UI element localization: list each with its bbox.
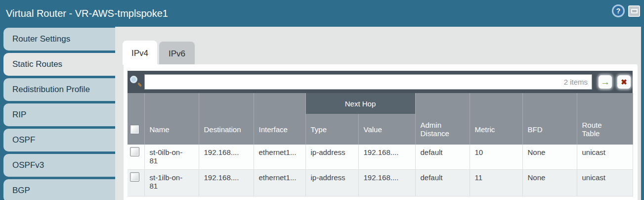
cell-bfd: None bbox=[522, 169, 577, 196]
items-count: 2 items bbox=[564, 78, 592, 86]
cell-value: 192.168.... bbox=[358, 145, 415, 169]
row-checkbox[interactable] bbox=[130, 147, 139, 156]
cell-type: ip-address bbox=[305, 145, 358, 169]
tab-ipv6[interactable]: IPv6 bbox=[159, 42, 195, 64]
row-checkbox[interactable] bbox=[130, 172, 139, 182]
sidebar-item-rip[interactable]: RIP bbox=[3, 103, 115, 126]
table-header-row: Name Destination Interface Type Value Ad… bbox=[128, 114, 633, 145]
select-all-checkbox[interactable] bbox=[130, 125, 139, 134]
sidebar-item-static-routes[interactable]: Static Routes bbox=[3, 53, 115, 76]
sidebar-nav: Router Settings Static Routes Redistribu… bbox=[0, 27, 115, 200]
column-group-next-hop: Next Hop bbox=[305, 93, 415, 114]
column-header-type[interactable]: Type bbox=[305, 114, 358, 145]
window-glyph bbox=[631, 9, 638, 13]
cell-admin-distance: default bbox=[415, 169, 470, 196]
help-icon[interactable]: ? bbox=[612, 4, 625, 17]
dialog-title: Virtual Router - VR-AWS-tmplspoke1 bbox=[0, 8, 168, 19]
cell-bfd: None bbox=[522, 145, 577, 169]
sidebar-item-router-settings[interactable]: Router Settings bbox=[3, 28, 115, 50]
cell-type: ip-address bbox=[305, 169, 358, 196]
popout-window-icon[interactable] bbox=[628, 5, 640, 17]
search-icon bbox=[129, 75, 142, 88]
help-glyph: ? bbox=[616, 7, 621, 15]
sidebar-item-ospf[interactable]: OSPF bbox=[3, 129, 115, 151]
cell-route-table: unicast bbox=[577, 145, 633, 169]
static-routes-panel: 2 items → ✖ Next Hop bbox=[124, 64, 638, 200]
column-header-value[interactable]: Value bbox=[358, 114, 415, 145]
column-header-admin-distance[interactable]: Admin Distance bbox=[415, 114, 470, 145]
column-header-interface[interactable]: Interface bbox=[254, 114, 305, 145]
filter-bar: 2 items → ✖ bbox=[128, 71, 633, 93]
search-input[interactable]: 2 items bbox=[144, 74, 592, 90]
cell-name[interactable]: st-1ilb-on-81 bbox=[144, 169, 199, 196]
sidebar-item-bgp[interactable]: BGP bbox=[3, 179, 115, 200]
cell-destination: 192.168.... bbox=[199, 169, 254, 196]
cell-route-table: unicast bbox=[577, 169, 633, 196]
select-all-header bbox=[128, 114, 144, 145]
apply-filter-button[interactable]: → bbox=[599, 75, 612, 89]
cell-interface: ethernet1... bbox=[254, 169, 305, 196]
dialog-frame-edge bbox=[641, 27, 644, 200]
table-row[interactable]: st-1ilb-on-81 192.168.... ethernet1... i… bbox=[128, 169, 633, 196]
table-group-header-row: Next Hop bbox=[128, 93, 633, 114]
column-header-name[interactable]: Name bbox=[144, 114, 199, 145]
tab-ipv4[interactable]: IPv4 bbox=[123, 41, 157, 65]
static-routes-table: Next Hop Name Destination Interface Type… bbox=[128, 93, 633, 197]
group-header-spacer bbox=[128, 93, 144, 114]
column-header-bfd[interactable]: BFD bbox=[522, 114, 577, 145]
column-header-metric[interactable]: Metric bbox=[470, 114, 522, 145]
cell-name[interactable]: st-0ilb-on-81 bbox=[144, 145, 199, 169]
cell-admin-distance: default bbox=[415, 145, 470, 169]
cell-interface: ethernet1... bbox=[254, 145, 305, 169]
cell-metric: 11 bbox=[470, 169, 522, 196]
close-x-icon: ✖ bbox=[621, 78, 627, 87]
sidebar-item-ospfv3[interactable]: OSPFv3 bbox=[3, 154, 115, 177]
cell-metric: 10 bbox=[470, 145, 522, 169]
column-header-route-table[interactable]: Route Table bbox=[577, 114, 633, 145]
cell-value: 192.168.... bbox=[358, 169, 415, 196]
sidebar-item-redistribution-profile[interactable]: Redistribution Profile bbox=[3, 78, 115, 101]
table-row[interactable]: st-0ilb-on-81 192.168.... ethernet1... i… bbox=[128, 145, 633, 169]
dialog-titlebar: Virtual Router - VR-AWS-tmplspoke1 ? bbox=[0, 0, 644, 27]
clear-filter-button[interactable]: ✖ bbox=[617, 75, 631, 89]
arrow-right-icon: → bbox=[601, 77, 610, 88]
cell-destination: 192.168.... bbox=[199, 145, 254, 169]
column-header-destination[interactable]: Destination bbox=[199, 114, 254, 145]
